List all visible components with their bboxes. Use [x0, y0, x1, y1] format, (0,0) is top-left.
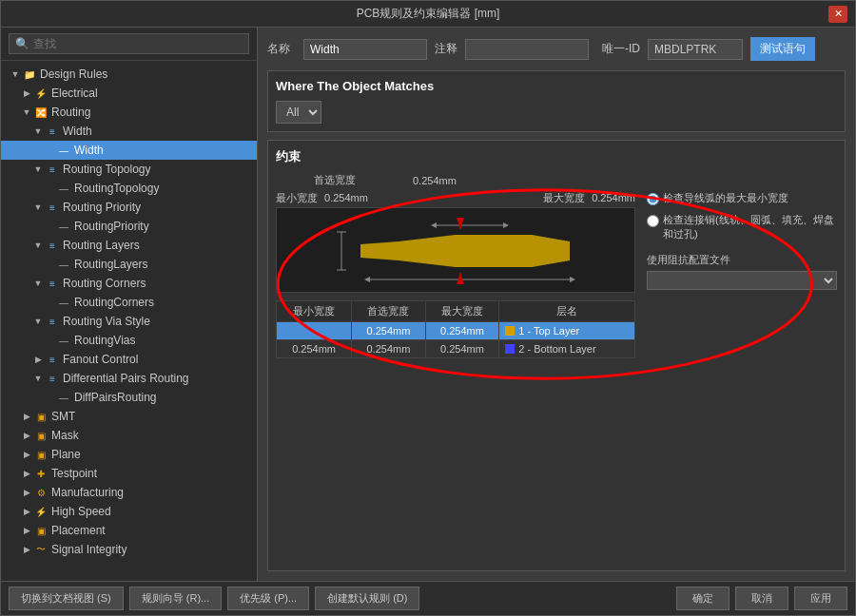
label-routing-topology-leaf: RoutingTopology	[74, 182, 159, 195]
folder-icon-routing: 🔀	[33, 105, 49, 120]
where-select[interactable]: All	[276, 101, 321, 124]
tree-item-routing-priority-leaf[interactable]: — RoutingPriority	[1, 217, 257, 236]
test-button[interactable]: 测试语句	[750, 37, 815, 61]
switch-view-button[interactable]: 切换到文档视图 (S)	[9, 587, 124, 610]
tree-item-smt[interactable]: ▶ ▣ SMT	[1, 407, 257, 426]
label-plane: Plane	[51, 448, 81, 461]
tree-item-routing-layers[interactable]: ▼ ≡ Routing Layers	[1, 236, 257, 255]
max-width-value: 0.254mm	[592, 192, 635, 203]
tree-item-routing-corners-leaf[interactable]: — RoutingCorners	[1, 293, 257, 312]
label-diff-pairs-leaf: DiffPairsRouting	[74, 391, 156, 404]
tree-item-routing[interactable]: ▼ 🔀 Routing	[1, 103, 257, 122]
folder-icon-signal-integrity: 〜	[33, 542, 49, 557]
title-bar: PCB规则及约束编辑器 [mm] ✕	[1, 1, 855, 28]
impedance-select[interactable]	[647, 271, 837, 290]
rule-name-input[interactable]	[303, 39, 427, 60]
svg-marker-5	[431, 222, 437, 228]
ok-button[interactable]: 确定	[676, 587, 730, 610]
arrow-routing: ▼	[20, 107, 33, 117]
impedance-label: 使用阻抗配置文件	[647, 253, 837, 267]
tree-item-fanout-control[interactable]: ▶ ≡ Fanout Control	[1, 350, 257, 369]
label-electrical: Electrical	[51, 87, 98, 100]
radio-check-copper[interactable]	[647, 215, 659, 227]
rule-icon-layers: ≡	[45, 238, 60, 253]
arrow-electrical: ▶	[20, 88, 33, 98]
label-routing-layers: Routing Layers	[63, 239, 140, 252]
rule-icon-fanout: ≡	[45, 352, 60, 367]
folder-icon-plane: ▣	[33, 447, 49, 462]
folder-icon-smt: ▣	[33, 409, 49, 424]
label-diff-pairs: Differential Pairs Routing	[63, 372, 189, 385]
arrow-routing-topology: ▼	[31, 164, 45, 174]
label-signal-integrity: Signal Integrity	[51, 543, 126, 556]
tree-item-high-speed[interactable]: ▶ ⚡ High Speed	[1, 502, 257, 521]
tree-item-routing-layers-leaf[interactable]: — RoutingLayers	[1, 255, 257, 274]
tree-item-signal-integrity[interactable]: ▶ 〜 Signal Integrity	[1, 540, 257, 559]
radio-option-2: 检查连接铜(线轨、圆弧、填充、焊盘和过孔)	[647, 213, 837, 241]
tree-item-diff-pairs-leaf[interactable]: — DiffPairsRouting	[1, 388, 257, 407]
table-row-bottom[interactable]: 0.254mm 0.254mm 0.254mm 2 - Bottom Layer	[277, 340, 635, 358]
search-wrap[interactable]: 🔍	[9, 33, 249, 54]
unique-id-label: 唯一-ID	[602, 41, 640, 57]
arrow-plane: ▶	[20, 450, 33, 459]
rule-icon-priority: ≡	[45, 200, 60, 215]
arrow-diff-pairs: ▼	[31, 374, 45, 383]
right-options: 检查导线弧的最大最小宽度 检查连接铜(线轨、圆弧、填充、焊盘和过孔) 使用阻抗配…	[647, 191, 837, 358]
constraints-title: 约束	[276, 148, 837, 165]
cancel-button[interactable]: 取消	[735, 587, 788, 610]
arrow-manufacturing: ▶	[20, 488, 33, 497]
row-bottom-max: 0.254mm	[425, 340, 499, 358]
tree-item-routing-topology-leaf[interactable]: — RoutingTopology	[1, 179, 257, 198]
tree-item-width-leaf[interactable]: — Width	[1, 141, 257, 160]
rule-icon-width: ≡	[45, 124, 60, 139]
tree-item-electrical[interactable]: ▶ ⚡ Electrical	[1, 84, 257, 103]
tree-item-testpoint[interactable]: ▶ ✚ Testpoint	[1, 464, 257, 483]
tree-item-routing-corners[interactable]: ▼ ≡ Routing Corners	[1, 274, 257, 293]
rule-unique-id-input[interactable]	[648, 39, 743, 60]
tree-item-routing-vias-leaf[interactable]: — RoutingVias	[1, 331, 257, 350]
main-content: 🔍 ▼ 📁 Design Rules ▶ ⚡ Electrical	[1, 28, 855, 581]
leaf-icon-diff-pairs: —	[56, 390, 71, 405]
search-input[interactable]	[33, 37, 243, 50]
tree-item-manufacturing[interactable]: ▶ ⚙ Manufacturing	[1, 483, 257, 502]
tree-item-design-rules[interactable]: ▼ 📁 Design Rules	[1, 65, 257, 84]
create-default-button[interactable]: 创建默认规则 (D)	[315, 587, 419, 610]
window-title: PCB规则及约束编辑器 [mm]	[28, 6, 828, 22]
arrow-placement: ▶	[20, 526, 33, 535]
tree-item-diff-pairs[interactable]: ▼ ≡ Differential Pairs Routing	[1, 369, 257, 388]
apply-button[interactable]: 应用	[794, 587, 847, 610]
tree-area: ▼ 📁 Design Rules ▶ ⚡ Electrical ▼ 🔀 Rout…	[1, 61, 257, 581]
tree-item-routing-via-style[interactable]: ▼ ≡ Routing Via Style	[1, 312, 257, 331]
tree-item-placement[interactable]: ▶ ▣ Placement	[1, 521, 257, 540]
label-routing-vias-leaf: RoutingVias	[74, 334, 136, 347]
arrow-smt: ▶	[20, 412, 33, 421]
advanced-button[interactable]: 优先级 (P)...	[227, 587, 309, 610]
bottom-bar: 切换到文档视图 (S) 规则向导 (R)... 优先级 (P)... 创建默认规…	[1, 581, 855, 615]
rule-header: 名称 注释 唯一-ID 测试语句	[267, 37, 846, 61]
row-bottom-pref: 0.254mm	[352, 340, 426, 358]
arrow-via-style: ▼	[31, 317, 45, 326]
tree-item-plane[interactable]: ▶ ▣ Plane	[1, 445, 257, 464]
tree-item-width-folder[interactable]: ▼ ≡ Width	[1, 122, 257, 141]
label-design-rules: Design Rules	[40, 67, 107, 81]
label-width-folder: Width	[63, 125, 92, 138]
preferred-width-value: 0.254mm	[413, 175, 457, 186]
tree-item-routing-topology[interactable]: ▼ ≡ Routing Topology	[1, 160, 257, 179]
leaf-icon-layers: —	[56, 257, 71, 272]
svg-marker-8	[364, 277, 370, 282]
col-header-max: 最大宽度	[425, 301, 499, 322]
min-width-label: 最小宽度	[276, 192, 318, 203]
folder-icon-testpoint: ✚	[33, 466, 49, 481]
close-button[interactable]: ✕	[828, 6, 847, 23]
folder-icon-electrical: ⚡	[33, 86, 49, 101]
table-row-top[interactable]: 0.254mm 0.254mm 0.254mm 1 - Top Layer	[277, 322, 635, 340]
leaf-icon-width: —	[56, 143, 71, 158]
radio-check-arcs[interactable]	[647, 193, 659, 205]
tree-item-mask[interactable]: ▶ ▣ Mask	[1, 426, 257, 445]
rule-comment-input[interactable]	[465, 39, 589, 60]
rule-wizard-button[interactable]: 规则向导 (R)...	[129, 587, 223, 610]
label-routing-corners-leaf: RoutingCorners	[74, 296, 154, 309]
tree-item-routing-priority[interactable]: ▼ ≡ Routing Priority	[1, 198, 257, 217]
svg-marker-6	[503, 222, 509, 228]
label-width-leaf: Width	[74, 144, 104, 157]
